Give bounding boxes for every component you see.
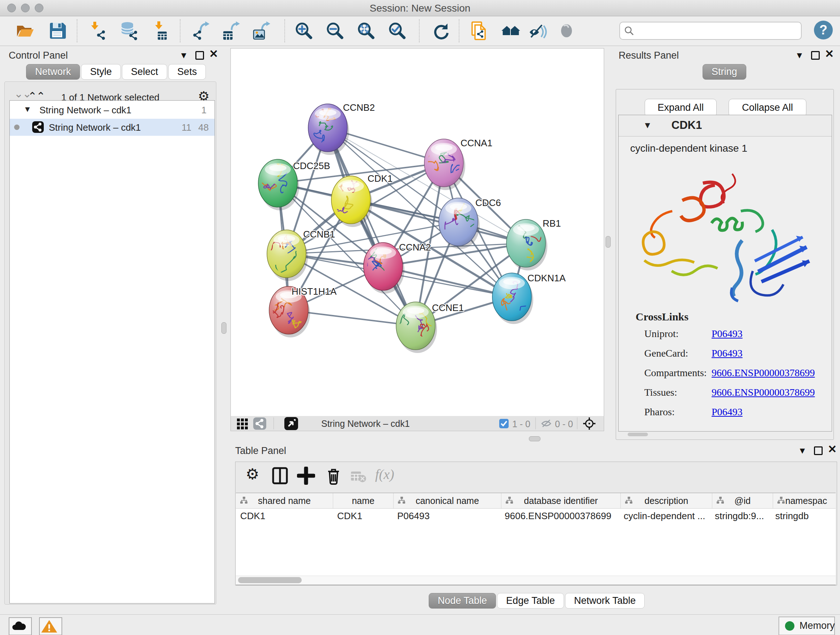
- warning-status-button[interactable]: [39, 617, 62, 635]
- scrollbar-thumb[interactable]: [238, 577, 302, 583]
- crosslink-row: Tissues:9606.ENSP00000378699: [644, 386, 815, 398]
- right-splitter-handle[interactable]: [606, 236, 611, 248]
- import-network-database-icon[interactable]: [119, 21, 139, 41]
- search-input[interactable]: [638, 24, 798, 37]
- network-canvas[interactable]: CCNB2CCNA1CDC25BCDK1CDC6RB1CCNB1CCNA2CDK…: [231, 48, 604, 416]
- shared-column-icon: [397, 496, 406, 505]
- network-row[interactable]: String Network – cdk1 11 48: [10, 119, 215, 136]
- help-button[interactable]: ?: [814, 21, 833, 40]
- left-splitter-handle[interactable]: [221, 322, 226, 334]
- memory-button[interactable]: Memory: [778, 616, 835, 635]
- cloud-status-button[interactable]: [9, 617, 32, 635]
- hide-glasses-button[interactable]: [527, 21, 548, 41]
- close-panel-icon[interactable]: ✕: [209, 50, 218, 58]
- network-node-CCNB1[interactable]: CCNB1: [265, 229, 335, 281]
- home-button[interactable]: [500, 21, 521, 41]
- column-header-namespac[interactable]: namespac: [773, 493, 839, 508]
- collapse-entry-icon[interactable]: ▼: [643, 120, 652, 130]
- column-header-name[interactable]: name: [333, 493, 393, 508]
- tab-sets[interactable]: Sets: [168, 64, 206, 80]
- zoom-out-button[interactable]: [325, 21, 345, 41]
- column-header-canonical-name[interactable]: canonical name: [393, 493, 501, 508]
- tab-node-table[interactable]: Node Table: [429, 593, 496, 608]
- column-header-description[interactable]: description: [621, 493, 712, 508]
- network-node-HIST1H1A[interactable]: HIST1H1A: [269, 286, 337, 337]
- table-body: CDK1CDK1P064939606.ENSP00000378699cyclin…: [236, 509, 836, 523]
- crosslink-genecard-link[interactable]: P06493: [712, 348, 743, 359]
- table-cell[interactable]: CDK1: [236, 509, 333, 523]
- delete-column-icon[interactable]: [325, 467, 343, 485]
- import-network-file-icon[interactable]: [88, 21, 108, 41]
- string-network-graph[interactable]: CCNB2CCNA1CDC25BCDK1CDC6RB1CCNB1CCNA2CDK…: [231, 49, 604, 416]
- node-details-header[interactable]: ▼ CDK1: [619, 115, 832, 136]
- export-table-icon[interactable]: [221, 21, 242, 41]
- crosslink-compartments-link[interactable]: 9606.ENSP00000378699: [712, 367, 815, 378]
- zoom-fit-button[interactable]: [356, 21, 376, 41]
- tab-style[interactable]: Style: [81, 64, 121, 80]
- table-cell[interactable]: stringdb:9...: [711, 509, 771, 523]
- zoom-selected-button[interactable]: [387, 21, 407, 41]
- network-node-CDC25B[interactable]: CDC25B: [258, 157, 330, 211]
- bottom-splitter-handle[interactable]: [529, 436, 540, 441]
- collection-expand-icon[interactable]: ▼: [24, 105, 32, 114]
- import-table-file-icon[interactable]: [149, 21, 170, 41]
- maximize-panel-icon[interactable]: [195, 51, 204, 60]
- crosslink-tissues-link[interactable]: 9606.ENSP00000378699: [712, 386, 815, 398]
- table-panel-title: Table Panel: [235, 445, 286, 456]
- close-panel-icon[interactable]: ✕: [825, 50, 834, 58]
- selected-checkbox-icon[interactable]: [499, 419, 508, 428]
- refresh-view-button[interactable]: [431, 21, 451, 41]
- show-columns-icon[interactable]: [271, 467, 289, 485]
- network-node-CCNA2[interactable]: CCNA2: [363, 242, 431, 294]
- separator: [577, 417, 577, 429]
- column-header-database-identifier[interactable]: database identifier: [501, 493, 621, 508]
- grid-view-icon[interactable]: [237, 418, 248, 430]
- zoom-in-button[interactable]: [294, 21, 314, 41]
- save-session-button[interactable]: [47, 21, 67, 41]
- maximize-panel-icon[interactable]: [811, 51, 820, 60]
- expand-all-button[interactable]: Expand All: [645, 99, 717, 117]
- table-cell[interactable]: P06493: [393, 509, 500, 523]
- string-network-badge-icon: [32, 121, 44, 133]
- string-results-container: Expand All Collapse All ▼ CDK1 cyclin-de…: [616, 89, 834, 440]
- lens-button[interactable]: [556, 21, 576, 41]
- tab-select[interactable]: Select: [122, 64, 167, 80]
- maximize-panel-icon[interactable]: [814, 447, 823, 455]
- birdseye-view-icon[interactable]: [284, 417, 298, 430]
- table-cell[interactable]: stringdb: [771, 509, 837, 523]
- network-badge-icon[interactable]: [253, 417, 266, 430]
- column-header-@id[interactable]: @id: [712, 493, 773, 508]
- export-image-icon[interactable]: [252, 21, 272, 41]
- tab-string[interactable]: String: [703, 64, 746, 80]
- clone-network-button[interactable]: [469, 21, 489, 41]
- horizontal-scrollbar-thumb[interactable]: [628, 432, 648, 436]
- crosslink-uniprot-link[interactable]: P06493: [712, 328, 743, 339]
- crosslink-pharos-link[interactable]: P06493: [712, 406, 743, 417]
- close-panel-icon[interactable]: ✕: [828, 445, 837, 454]
- network-node-RB1[interactable]: RB1: [507, 214, 561, 271]
- network-node-CCNA1[interactable]: CCNA1: [424, 138, 493, 190]
- create-column-icon[interactable]: [297, 467, 315, 485]
- network-node-CCNE1[interactable]: CCNE1: [395, 302, 464, 353]
- node-details-card: ▼ CDK1 cyclin-dependent kinase 1: [618, 115, 832, 432]
- fit-selected-crosshair-icon[interactable]: [583, 417, 596, 431]
- table-horizontal-scrollbar[interactable]: [236, 576, 836, 585]
- network-collection-row[interactable]: ▼ String Network – cdk1 1: [10, 102, 215, 119]
- open-session-button[interactable]: [15, 21, 35, 41]
- float-panel-icon[interactable]: ▼: [180, 51, 188, 60]
- float-panel-icon[interactable]: ▼: [798, 447, 807, 455]
- table-cell[interactable]: cyclin-dependent ...: [619, 509, 711, 523]
- table-cell[interactable]: 9606.ENSP00000378699: [500, 509, 619, 523]
- shared-column-icon: [240, 496, 248, 505]
- tab-network-table[interactable]: Network Table: [565, 593, 645, 608]
- float-panel-icon[interactable]: ▼: [795, 51, 804, 60]
- tab-network[interactable]: Network: [26, 64, 80, 80]
- network-node-CCNB2[interactable]: CCNB2: [308, 102, 375, 155]
- table-options-gear-icon[interactable]: ⚙: [246, 468, 264, 486]
- network-node-CDKN1A[interactable]: CDKN1A: [493, 272, 566, 324]
- collapse-all-button[interactable]: Collapse All: [729, 99, 806, 117]
- table-cell[interactable]: CDK1: [333, 509, 393, 523]
- tab-edge-table[interactable]: Edge Table: [497, 593, 564, 608]
- export-network-icon[interactable]: [191, 21, 211, 41]
- column-header-shared-name[interactable]: shared name: [236, 493, 333, 508]
